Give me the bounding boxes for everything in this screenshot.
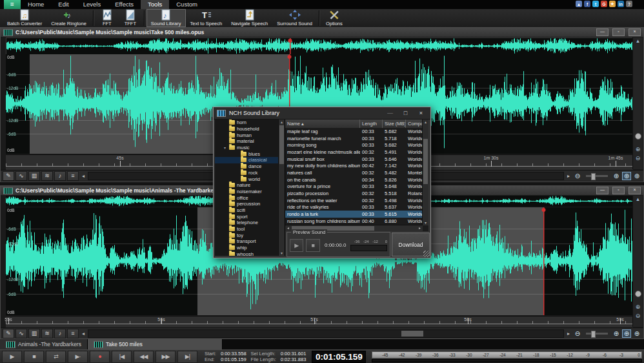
zoom-in-button[interactable]: ⊕	[612, 329, 621, 338]
menu-levels[interactable]: Levels	[76, 0, 108, 9]
menu-edit[interactable]: Edit	[51, 0, 75, 9]
horizontal-scrollbar[interactable]	[88, 329, 564, 338]
tab-animals-the-yardbarkers[interactable]: Animals -The Yardbarkers	[0, 339, 88, 349]
toolbar-batch-converter-button[interactable]: ♫Batch Converter	[3, 9, 46, 27]
twitter-icon[interactable]: t	[592, 1, 599, 7]
vzoom-in-icon[interactable]: ⊕	[633, 146, 643, 152]
tree-item-classical[interactable]: classical	[215, 157, 279, 163]
waveform-overview-1[interactable]	[6, 37, 634, 55]
tree-item-world[interactable]: world	[215, 176, 279, 182]
tree-item-blues[interactable]: blues	[215, 150, 279, 157]
zoom-full-button[interactable]: ⊕	[632, 329, 641, 338]
tree-item-nature[interactable]: nature	[215, 182, 279, 189]
toolbar-navigate-speech-button[interactable]: Navigate Speech	[226, 9, 272, 27]
tree-item-material[interactable]: material	[215, 138, 279, 145]
zoom-slider[interactable]	[586, 175, 608, 177]
googleplus-icon[interactable]: G	[601, 1, 607, 7]
toolbar-text-to-speech-button[interactable]: TText to Speech	[186, 9, 227, 27]
vscroll-up-icon[interactable]: ▴	[633, 37, 643, 44]
sound-row[interactable]: maple leaf rag00:335.682Worldwid	[285, 128, 423, 135]
play-button[interactable]: ▶	[2, 351, 22, 363]
record-button[interactable]: ●	[90, 351, 110, 363]
spectrum-view-icon[interactable]: ▥	[28, 171, 40, 181]
draw-tool-icon[interactable]: ✎	[3, 171, 14, 181]
dialog-maximize-button[interactable]: □	[399, 108, 412, 118]
tree-item-percussion[interactable]: percussion	[215, 201, 279, 207]
tree-item-whip[interactable]: whip	[215, 245, 279, 251]
scroll-left-icon[interactable]: ◂	[80, 173, 86, 179]
vzoom-out-icon[interactable]: ⊖	[633, 313, 643, 319]
dialog-minimize-button[interactable]: —	[384, 108, 396, 118]
vertical-zoom-strip-2[interactable]: ▴ ⊕ ⊖	[632, 196, 643, 327]
tree-item-music[interactable]: ▾music	[215, 145, 279, 151]
window2-minimize-button[interactable]: —	[596, 187, 609, 194]
skip-to-end-button[interactable]: ▶|	[177, 351, 197, 363]
skip-to-start-button[interactable]: |◀	[112, 351, 132, 363]
scroll-thumb[interactable]	[401, 331, 423, 337]
stop-button[interactable]: ■	[24, 351, 44, 363]
tree-item-horn[interactable]: horn	[215, 119, 279, 126]
facebook-icon[interactable]: f	[584, 1, 590, 7]
spectrum-view-icon[interactable]: ▥	[28, 329, 40, 338]
vertical-zoom-strip-1[interactable]: ▴ ⊕ ⊖	[632, 37, 643, 169]
scroll-thumb[interactable]	[423, 139, 428, 184]
scroll-down-icon[interactable]: ▾	[423, 220, 428, 225]
help-icon[interactable]: ?	[626, 1, 632, 7]
scroll-right-icon[interactable]: ▸	[565, 173, 572, 179]
sound-row[interactable]: reflections on the water00:325.498Worldw…	[285, 197, 423, 204]
play-from-cursor-button[interactable]: ▶·	[68, 351, 88, 363]
main-menu-icon[interactable]: ≡	[4, 0, 21, 9]
rewind-button[interactable]: ◀◀	[134, 351, 154, 363]
window2-restore-button[interactable]: ▫	[612, 187, 625, 194]
sound-row[interactable]: ride of the valkyries00:335.637Worldwid	[285, 204, 423, 211]
zoom-slider-knob[interactable]	[591, 331, 596, 338]
dual-view-icon[interactable]: ≋	[41, 329, 53, 338]
sound-row[interactable]: natures call00:325.482Montel B	[285, 169, 423, 176]
tree-expand-icon[interactable]: ▾	[223, 145, 227, 150]
sound-row[interactable]: on the canals00:345.826Worldwid	[285, 176, 423, 183]
window1-close-button[interactable]: ×	[629, 28, 641, 36]
column-header-name[interactable]: Name ▴	[285, 119, 360, 128]
vzoom-out-icon[interactable]: ⊖	[633, 155, 643, 161]
community-icon[interactable]: ★	[609, 1, 616, 7]
tree-item-human[interactable]: human	[215, 132, 279, 138]
tree-item-office[interactable]: office	[215, 194, 279, 201]
scroll-left-icon[interactable]: ◂	[80, 331, 86, 337]
toolbar-tfft-button[interactable]: TFFT	[119, 9, 142, 27]
zoom-full-button[interactable]: ⊕	[632, 172, 641, 180]
linkedin-icon[interactable]: in	[618, 1, 624, 7]
list-vscrollbar[interactable]: ▴ ▾	[422, 119, 428, 225]
draw-tool-icon[interactable]: ✎	[3, 329, 14, 338]
tree-item-sport[interactable]: sport	[215, 213, 279, 220]
dialog-title-bar[interactable]: NCH Sound Library — □ ×	[214, 107, 430, 119]
zoom-selection-button[interactable]: ⊕	[622, 329, 631, 338]
zoom-out-button[interactable]: ⊖	[573, 329, 582, 338]
loop-button[interactable]: ⇄	[46, 351, 66, 363]
options-list-icon[interactable]: ≡	[67, 171, 79, 181]
tree-item-transport[interactable]: transport	[215, 238, 279, 245]
scroll-up-icon[interactable]: ▴	[423, 119, 428, 125]
vzoom-in-icon[interactable]: ⊕	[633, 304, 643, 310]
menu-tools[interactable]: Tools	[141, 0, 169, 9]
tree-item-rock[interactable]: rock	[215, 170, 279, 176]
tree-item-whoosh[interactable]: whoosh	[215, 251, 279, 256]
column-header-length[interactable]: Length	[360, 119, 383, 128]
like-icon[interactable]: ▲	[576, 1, 582, 7]
tree-item-tool[interactable]: tool	[215, 226, 279, 233]
vertical-zoom-knob[interactable]	[635, 133, 641, 140]
scroll-down-icon[interactable]: ▾	[279, 251, 285, 256]
zoom-out-button[interactable]: ⊖	[573, 172, 582, 180]
wave-view-icon[interactable]: ∿	[15, 329, 27, 338]
preview-stop-button[interactable]: ■	[306, 239, 319, 252]
dialog-close-button[interactable]: ×	[415, 108, 427, 118]
marker-tool-icon[interactable]: ♪	[54, 171, 66, 181]
scroll-left-icon[interactable]: ◂	[285, 225, 291, 231]
tree-item-scifi[interactable]: scifi	[215, 207, 279, 214]
toolbar-create-ringtone-button[interactable]: ♪Create Ringtone	[46, 9, 91, 27]
toolbar-fft-button[interactable]: FFT	[96, 9, 119, 27]
scroll-right-icon[interactable]: ▸	[417, 225, 423, 231]
toolbar-sound-library-button[interactable]: ♪Sound Library	[146, 9, 186, 27]
scroll-right-icon[interactable]: ▸	[565, 331, 572, 337]
zoom-selection-button[interactable]: ⊕	[622, 172, 631, 180]
vertical-zoom-knob[interactable]	[635, 291, 641, 297]
